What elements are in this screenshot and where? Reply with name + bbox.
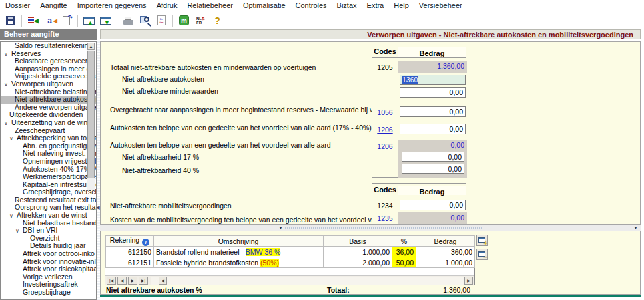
menu-biztax[interactable]: Biztax bbox=[337, 1, 357, 9]
highlighted-text: BMW 36 % bbox=[246, 248, 281, 256]
next-record-button[interactable]: ▶ bbox=[128, 277, 137, 285]
field-1056[interactable]: 0,00 bbox=[400, 106, 466, 117]
import-rows-button[interactable]: ◀ bbox=[25, 13, 41, 28]
cell-rekening: 612151 bbox=[106, 257, 154, 268]
tree-item[interactable]: Aftrekken van de winst bbox=[1, 212, 96, 220]
col-bedrag[interactable]: Bedrag bbox=[416, 236, 475, 247]
col-basis[interactable]: Basis bbox=[324, 236, 392, 247]
language-toggle-button[interactable]: NL⇅FR bbox=[193, 13, 208, 28]
menu-controles[interactable]: Controles bbox=[296, 1, 327, 9]
field-40pct[interactable]: 0,00 bbox=[402, 164, 464, 174]
code-1234: 1234 bbox=[372, 202, 398, 210]
toolbar-separator bbox=[172, 15, 173, 27]
form-label: Niet-aftrekbaarheid 17 % bbox=[122, 153, 199, 161]
myminfin-button[interactable]: m bbox=[176, 13, 192, 28]
codes-table-2: Bedrag Codes 1234 0,00 1235 0,00 bbox=[372, 183, 466, 224]
menu-versiebeheer[interactable]: Versiebeheer bbox=[419, 1, 462, 9]
save-button[interactable] bbox=[3, 13, 18, 28]
remove-row-button[interactable]: − bbox=[476, 249, 488, 260]
scroll-up-icon[interactable]: ▲ bbox=[87, 43, 95, 50]
menu-help[interactable]: Help bbox=[394, 1, 409, 9]
tree-scrollbar[interactable]: ▲ bbox=[87, 43, 95, 190]
field-1235-readonly: 0,00 bbox=[398, 212, 467, 224]
print-button[interactable] bbox=[121, 13, 136, 28]
first-record-button[interactable]: |◀ bbox=[107, 277, 116, 285]
sidebar: Beheer aangifte Saldo resultatenrekening… bbox=[0, 29, 97, 300]
print-icon bbox=[123, 20, 133, 25]
cell-basis: 1.000,00 bbox=[324, 247, 392, 257]
tree-item[interactable]: Opnemingen vrijgestelde bbox=[1, 158, 96, 166]
language-nl-fr-icon: NL⇅FR bbox=[196, 17, 205, 25]
col-rekening[interactable]: Rekening bbox=[106, 236, 154, 247]
toolbar-separator bbox=[117, 15, 117, 27]
cell-omschrijving: Fossiele hybride brandstofkosten (50%) bbox=[154, 257, 324, 268]
help-button[interactable]: ? bbox=[210, 13, 225, 28]
window-open-button[interactable]: ▲ bbox=[81, 13, 97, 28]
tree-item[interactable]: Aftrekbeperking van toepas bbox=[1, 134, 96, 142]
chevron-down-icon[interactable] bbox=[9, 135, 17, 143]
code-1206-link: 1206 bbox=[372, 126, 398, 134]
chevron-down-icon[interactable] bbox=[4, 51, 11, 59]
chevron-down-icon[interactable] bbox=[4, 120, 11, 128]
table-row[interactable]: 612150 Brandstof rollend materieel - BMW… bbox=[106, 247, 475, 257]
field-1206[interactable]: 0,00 bbox=[400, 124, 466, 134]
chevron-down-icon[interactable] bbox=[15, 227, 23, 235]
tree-item[interactable]: Verworpen uitgaven bbox=[1, 80, 96, 88]
biztax-icon: biztax bbox=[157, 15, 166, 25]
document-transfer-button[interactable]: ↷ bbox=[59, 13, 74, 28]
menu-relatiebeheer[interactable]: Relatiebeheer bbox=[187, 1, 233, 9]
main-panel: Verworpen uitgaven - Niet-aftrekbare aut… bbox=[100, 29, 641, 300]
field-17pct[interactable]: 0,00 bbox=[402, 152, 464, 162]
form-label: Totaal niet-aftrekbare autokosten en min… bbox=[110, 63, 316, 71]
window-send-button[interactable]: ▼ bbox=[98, 13, 113, 28]
import-a-button[interactable]: a◀ bbox=[42, 13, 57, 28]
scrollbar-thumb[interactable] bbox=[87, 51, 95, 178]
cell-bedrag: 1.000,00 bbox=[416, 257, 475, 268]
menu-importeren-gegevens[interactable]: Importeren gegevens bbox=[77, 1, 147, 9]
menu-afdruk[interactable]: Afdruk bbox=[157, 1, 178, 9]
biztax-button[interactable]: biztax bbox=[154, 13, 169, 28]
collapse-down-icon[interactable]: ▼ bbox=[633, 225, 638, 230]
form-label: Autokosten ten belope van een gedeelte v… bbox=[110, 124, 372, 132]
form-label: Niet-aftrekbare autokosten bbox=[122, 75, 204, 83]
field-autokosten-editing[interactable]: 1360 bbox=[400, 75, 466, 85]
tree-item[interactable]: Uiteenzetting van de winst bbox=[1, 119, 96, 127]
scroll-right-icon[interactable]: ▶ bbox=[464, 277, 473, 285]
add-row-button[interactable]: + bbox=[476, 235, 488, 246]
menu-extra[interactable]: Extra bbox=[367, 1, 384, 9]
tree-item[interactable]: Groepsbijdrage bbox=[1, 289, 96, 297]
chevron-down-icon[interactable] bbox=[9, 212, 17, 220]
import-rows-icon: ◀ bbox=[28, 16, 38, 25]
menu-optimalisatie[interactable]: Optimalisatie bbox=[243, 1, 286, 9]
help-icon: ? bbox=[214, 15, 220, 26]
menu-aangifte[interactable]: Aangifte bbox=[40, 1, 67, 9]
splitter-handle[interactable] bbox=[285, 227, 631, 229]
field-1234[interactable]: 0,00 bbox=[400, 200, 466, 210]
tree-item[interactable]: Werknemersparticipatie bbox=[1, 173, 96, 181]
form-label: Overgebracht naar aanpassingen in meer b… bbox=[110, 106, 406, 116]
collapse-left-icon[interactable]: ◀ bbox=[96, 205, 99, 210]
panel-splitter[interactable]: ▼ ▼ bbox=[100, 225, 641, 231]
selected-text: 1360 bbox=[402, 76, 418, 84]
scroll-left-icon[interactable]: ◀ bbox=[159, 277, 167, 285]
field-minderwaarden[interactable]: 0,00 bbox=[400, 87, 466, 98]
col-omschrijving[interactable]: Omschrijving bbox=[154, 236, 324, 247]
table-row[interactable]: 612151 Fossiele hybride brandstofkosten … bbox=[106, 257, 475, 268]
tree-item-selected[interactable]: Niet-aftrekbare autokosten bbox=[1, 96, 96, 104]
menu-dossier[interactable]: Dossier bbox=[5, 1, 30, 9]
chevron-down-icon[interactable] bbox=[4, 81, 11, 89]
previous-record-button[interactable]: ◀ bbox=[117, 277, 127, 285]
col-pct[interactable]: % bbox=[392, 236, 416, 247]
toolbar: ◀ a◀ ↷ ▲ ▼ biztax m NL⇅FR ? bbox=[0, 12, 644, 29]
search-button[interactable] bbox=[137, 13, 153, 28]
info-icon[interactable] bbox=[142, 239, 149, 246]
col-bedrag: Bedrag bbox=[398, 186, 466, 195]
tree-item[interactable]: Aftrek voor octrooi-inko bbox=[1, 250, 96, 258]
footer-label: Niet aftrekbare autokosten % bbox=[106, 286, 202, 294]
highlighted-text: (50%) bbox=[260, 259, 279, 267]
codes-table-1: Bedrag Codes 1205 1.360,00 1360 0,00 105… bbox=[372, 45, 466, 178]
grid-scrollbar[interactable]: ◀ ▶ bbox=[151, 277, 473, 285]
collapse-down-icon[interactable]: ▼ bbox=[278, 225, 283, 230]
last-record-button[interactable]: ▶| bbox=[139, 277, 148, 285]
cell-pct: 50,00 bbox=[392, 257, 416, 268]
